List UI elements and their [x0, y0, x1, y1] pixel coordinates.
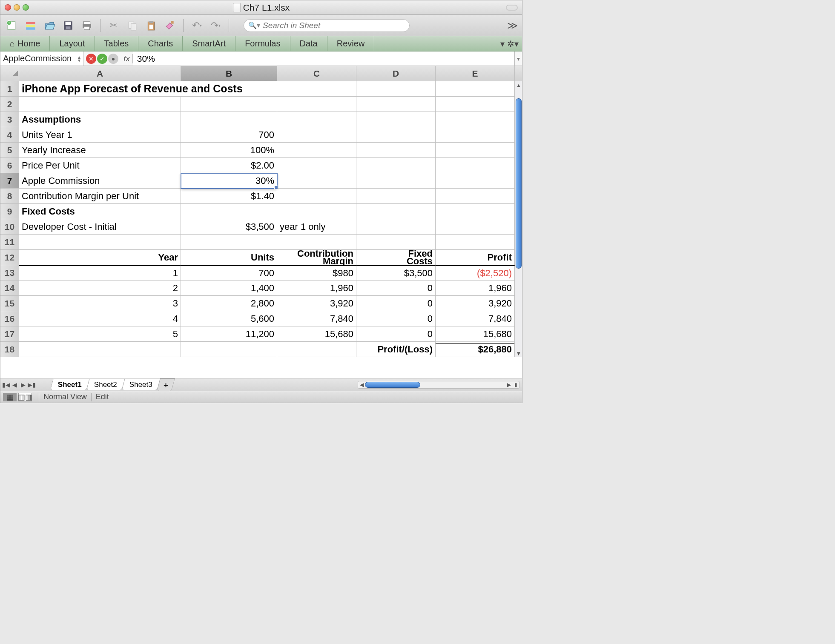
- row-header-16[interactable]: 16: [0, 311, 19, 326]
- cell-D8[interactable]: [356, 189, 436, 204]
- cell-A4[interactable]: Units Year 1: [19, 127, 181, 143]
- search-field-wrap[interactable]: 🔍▾: [244, 19, 410, 32]
- cell-D18[interactable]: Profit/(Loss): [356, 342, 436, 357]
- cell-C15[interactable]: 3,920: [277, 296, 356, 311]
- cell-B17[interactable]: 11,200: [181, 326, 277, 342]
- ribbon-gear-icon[interactable]: ✲▾: [507, 39, 519, 49]
- cell-C14[interactable]: 1,960: [277, 280, 356, 296]
- cell-C5[interactable]: [277, 143, 356, 158]
- search-input[interactable]: [263, 21, 405, 30]
- cell-A1[interactable]: iPhone App Forecast of Revenue and Costs: [19, 81, 277, 97]
- cell-B9[interactable]: [181, 204, 277, 219]
- save-button[interactable]: [61, 18, 75, 33]
- sheet-tab-add-button[interactable]: ＋: [157, 378, 175, 391]
- cell-A6[interactable]: Price Per Unit: [19, 158, 181, 173]
- new-workbook-button[interactable]: +: [5, 18, 19, 33]
- hscroll-right-icon[interactable]: ▶: [505, 381, 512, 388]
- cell-D13[interactable]: $3,500: [356, 265, 436, 280]
- tab-tables[interactable]: Tables: [95, 36, 139, 51]
- cell-C17[interactable]: 15,680: [277, 326, 356, 342]
- select-all-corner[interactable]: [0, 66, 19, 81]
- formula-bar-expand-icon[interactable]: ▾: [514, 52, 522, 66]
- sheet-nav-prev-icon[interactable]: ◀: [11, 381, 18, 388]
- tab-formulas[interactable]: Formulas: [235, 36, 290, 51]
- formula-cancel-button[interactable]: ✕: [86, 54, 96, 64]
- cell-A5[interactable]: Yearly Increase: [19, 143, 181, 158]
- col-header-E[interactable]: E: [436, 66, 515, 81]
- cell-B18[interactable]: [181, 342, 277, 357]
- cell-D16[interactable]: 0: [356, 311, 436, 326]
- cell-E18[interactable]: $26,880: [436, 342, 515, 357]
- normal-view-button[interactable]: ▦: [3, 393, 17, 401]
- formula-input[interactable]: [133, 52, 514, 66]
- toolbar-overflow-button[interactable]: ≫: [507, 20, 518, 31]
- row-header-10[interactable]: 10: [0, 219, 19, 235]
- cell-B13[interactable]: 700: [181, 265, 277, 280]
- cell-C16[interactable]: 7,840: [277, 311, 356, 326]
- undo-button[interactable]: ↶▾: [189, 18, 204, 33]
- hscroll-end-icon[interactable]: ▮: [512, 381, 519, 388]
- cell-C12[interactable]: ContributionMargin: [277, 250, 356, 265]
- col-header-C[interactable]: C: [277, 66, 356, 81]
- tab-charts[interactable]: Charts: [138, 36, 183, 51]
- cell-D17[interactable]: 0: [356, 326, 436, 342]
- row-header-5[interactable]: 5: [0, 143, 19, 158]
- sheet-nav-next-icon[interactable]: ▶: [19, 381, 27, 388]
- cell-B2[interactable]: [181, 97, 277, 112]
- col-header-D[interactable]: D: [356, 66, 436, 81]
- print-button[interactable]: [80, 18, 94, 33]
- cell-E13[interactable]: ($2,520): [436, 265, 515, 280]
- cell-B5[interactable]: 100%: [181, 143, 277, 158]
- cell-E4[interactable]: [436, 127, 515, 143]
- cell-A18[interactable]: [19, 342, 181, 357]
- cell-A15[interactable]: 3: [19, 296, 181, 311]
- cell-E6[interactable]: [436, 158, 515, 173]
- open-button[interactable]: [42, 18, 57, 33]
- cell-B8[interactable]: $1.40: [181, 189, 277, 204]
- cell-E11[interactable]: [436, 235, 515, 250]
- cell-D10[interactable]: [356, 219, 436, 235]
- cell-A13[interactable]: 1: [19, 265, 181, 280]
- cell-E14[interactable]: 1,960: [436, 280, 515, 296]
- cell-E3[interactable]: [436, 112, 515, 127]
- cell-D11[interactable]: [356, 235, 436, 250]
- cell-E16[interactable]: 7,840: [436, 311, 515, 326]
- cell-D7[interactable]: [356, 173, 436, 189]
- row-header-17[interactable]: 17: [0, 326, 19, 342]
- cell-D14[interactable]: 0: [356, 280, 436, 296]
- sheet-tab-1[interactable]: Sheet1: [50, 379, 89, 390]
- window-close-button[interactable]: [5, 4, 11, 11]
- sheet-nav-last-icon[interactable]: ▶▮: [28, 381, 35, 388]
- sheet-nav-first-icon[interactable]: ▮◀: [2, 381, 10, 388]
- templates-button[interactable]: [23, 18, 38, 33]
- cell-D1[interactable]: [356, 81, 436, 97]
- cell-D3[interactable]: [356, 112, 436, 127]
- cell-E7[interactable]: [436, 173, 515, 189]
- sheet-tab-2[interactable]: Sheet2: [86, 379, 125, 390]
- tab-layout[interactable]: Layout: [50, 36, 95, 51]
- titlebar-pill-button[interactable]: [506, 5, 518, 11]
- row-header-6[interactable]: 6: [0, 158, 19, 173]
- spreadsheet-grid[interactable]: ABCDE1iPhone App Forecast of Revenue and…: [0, 66, 522, 378]
- page-layout-view-button[interactable]: ▥▥: [18, 393, 32, 401]
- horizontal-scrollbar[interactable]: ◀ ▶ ▮: [358, 381, 519, 389]
- cell-A10[interactable]: Developer Cost - Initial: [19, 219, 181, 235]
- row-header-15[interactable]: 15: [0, 296, 19, 311]
- row-header-4[interactable]: 4: [0, 127, 19, 143]
- cell-A16[interactable]: 4: [19, 311, 181, 326]
- cell-E1[interactable]: [436, 81, 515, 97]
- row-header-18[interactable]: 18: [0, 342, 19, 357]
- cell-C6[interactable]: [277, 158, 356, 173]
- row-header-1[interactable]: 1: [0, 81, 19, 97]
- vscroll-up-icon[interactable]: ▲: [515, 81, 522, 89]
- name-box[interactable]: AppleCommission ▴▾: [0, 52, 83, 66]
- cell-C8[interactable]: [277, 189, 356, 204]
- cell-A7[interactable]: Apple Commission: [19, 173, 181, 189]
- format-painter-button[interactable]: [163, 18, 177, 33]
- cell-A8[interactable]: Contribution Margin per Unit: [19, 189, 181, 204]
- cell-A2[interactable]: [19, 97, 181, 112]
- paste-button[interactable]: [144, 18, 158, 33]
- cell-A3[interactable]: Assumptions: [19, 112, 181, 127]
- vscroll-down-icon[interactable]: ▼: [515, 349, 522, 357]
- cell-C7[interactable]: [277, 173, 356, 189]
